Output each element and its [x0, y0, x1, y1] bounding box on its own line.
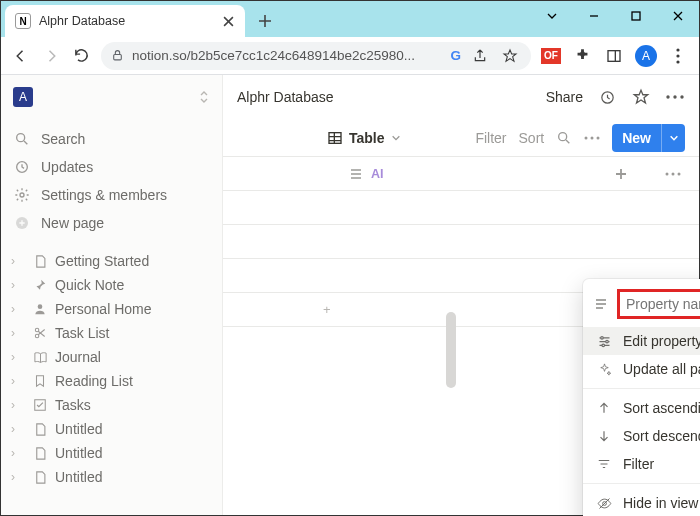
db-new-dropdown[interactable]	[661, 124, 685, 152]
caret-right-icon[interactable]: ›	[11, 374, 25, 388]
table-row[interactable]	[223, 225, 699, 259]
share-icon[interactable]	[469, 45, 491, 67]
menu-sort-asc[interactable]: Sort ascending	[583, 394, 700, 422]
db-filter-btn[interactable]: Filter	[475, 130, 506, 146]
window-tabs-dropdown[interactable]	[531, 1, 573, 31]
caret-right-icon[interactable]: ›	[11, 254, 25, 268]
filter-lines-icon	[595, 455, 613, 473]
column-more-icon[interactable]	[647, 172, 699, 176]
caret-right-icon[interactable]: ›	[11, 326, 25, 340]
menu-hide[interactable]: Hide in view	[583, 489, 700, 516]
caret-right-icon[interactable]: ›	[11, 302, 25, 316]
sidebar-page-item[interactable]: ›Getting Started	[1, 249, 222, 273]
favorite-star-icon[interactable]	[631, 87, 651, 107]
page-label: Task List	[55, 325, 109, 341]
property-name-input[interactable]	[626, 296, 700, 312]
lines-icon	[349, 167, 363, 181]
bookmark-star-icon[interactable]	[499, 45, 521, 67]
svg-point-22	[597, 136, 600, 139]
sidebar-page-item[interactable]: ›Untitled	[1, 465, 222, 489]
sidebar-updates[interactable]: Updates	[1, 153, 222, 181]
page-icon	[31, 444, 49, 462]
plus-circle-icon	[13, 214, 31, 232]
workspace-icon: A	[13, 87, 33, 107]
page-label: Getting Started	[55, 253, 149, 269]
db-more-icon[interactable]	[584, 136, 600, 140]
sidebar-settings-label: Settings & members	[41, 187, 167, 203]
table-row[interactable]	[223, 191, 699, 225]
page-icon	[31, 396, 49, 414]
add-column-button[interactable]	[595, 167, 647, 181]
caret-right-icon[interactable]: ›	[11, 398, 25, 412]
sidebar-page-item[interactable]: ›Untitled	[1, 441, 222, 465]
browser-back[interactable]	[11, 46, 31, 66]
db-new-button[interactable]: New	[612, 124, 685, 152]
menu-sort-desc[interactable]: Sort descending	[583, 422, 700, 450]
ai-badge: AI	[371, 167, 384, 181]
scrollbar[interactable]	[446, 312, 456, 388]
svg-point-20	[585, 136, 588, 139]
sidebar-page-item[interactable]: ›Personal Home	[1, 297, 222, 321]
notion-favicon: N	[15, 13, 31, 29]
extensions-puzzle-icon[interactable]	[571, 45, 593, 67]
page-more-icon[interactable]	[665, 87, 685, 107]
sidepanel-icon[interactable]	[603, 45, 625, 67]
chrome-profile-avatar[interactable]: A	[635, 45, 657, 67]
new-tab-button[interactable]	[251, 7, 279, 35]
page-icon	[31, 300, 49, 318]
svg-rect-1	[114, 54, 122, 59]
sidebar-page-item[interactable]: ›Reading List	[1, 369, 222, 393]
browser-reload[interactable]	[71, 46, 91, 66]
window-maximize[interactable]	[615, 1, 657, 31]
db-sort-btn[interactable]: Sort	[519, 130, 545, 146]
chrome-menu-dots[interactable]	[667, 45, 689, 67]
sidebar-search[interactable]: Search	[1, 125, 222, 153]
workspace-switcher[interactable]: A	[1, 81, 222, 113]
share-button[interactable]: Share	[546, 89, 583, 105]
menu-label: Hide in view	[623, 495, 698, 511]
plus-icon: +	[323, 302, 331, 317]
menu-filter[interactable]: Filter	[583, 450, 700, 478]
browser-tab[interactable]: N Alphr Database	[5, 5, 245, 37]
sidebar-page-item[interactable]: ›Tasks	[1, 393, 222, 417]
page-title[interactable]: Alphr Database	[237, 89, 532, 105]
caret-right-icon[interactable]: ›	[11, 422, 25, 436]
sidebar-page-item[interactable]: ›Quick Note	[1, 273, 222, 297]
caret-right-icon[interactable]: ›	[11, 470, 25, 484]
close-tab-icon[interactable]	[221, 14, 235, 28]
svg-point-5	[676, 60, 679, 63]
menu-update-all[interactable]: Update all pages	[583, 355, 700, 383]
page-icon	[31, 276, 49, 294]
sidebar-page-item[interactable]: ›Untitled	[1, 417, 222, 441]
tab-title: Alphr Database	[39, 14, 213, 28]
menu-label: Update all pages	[623, 361, 700, 377]
page-icon	[31, 324, 49, 342]
sidebar-settings[interactable]: Settings & members	[1, 181, 222, 209]
caret-right-icon[interactable]: ›	[11, 278, 25, 292]
address-bar[interactable]: notion.so/b2b5ce7cc1c24c648914be2c25980.…	[101, 42, 531, 70]
svg-point-26	[600, 336, 603, 339]
db-search-icon[interactable]	[556, 130, 572, 146]
updates-clock-icon[interactable]	[597, 87, 617, 107]
menu-label: Filter	[623, 456, 654, 472]
table-icon	[327, 130, 343, 146]
svg-point-23	[666, 172, 669, 175]
svg-point-17	[680, 95, 683, 98]
sidebar-page-item[interactable]: ›Journal	[1, 345, 222, 369]
caret-right-icon[interactable]: ›	[11, 446, 25, 460]
menu-edit-property[interactable]: Edit property	[583, 327, 700, 355]
caret-right-icon[interactable]: ›	[11, 350, 25, 364]
page-icon	[31, 372, 49, 390]
db-view-tab[interactable]: Table	[327, 130, 401, 146]
extension-of-badge[interactable]: OF	[541, 48, 561, 64]
sidebar-page-item[interactable]: ›Task List	[1, 321, 222, 345]
chevron-down-icon	[391, 133, 401, 143]
column-header-title[interactable]: AI	[341, 167, 595, 181]
db-new-label: New	[612, 130, 661, 146]
sidebar-new-page[interactable]: New page	[1, 209, 222, 237]
window-close[interactable]	[657, 1, 699, 31]
google-icon[interactable]: G	[450, 48, 461, 63]
eye-off-icon	[595, 494, 613, 512]
svg-point-28	[602, 344, 605, 347]
window-minimize[interactable]	[573, 1, 615, 31]
